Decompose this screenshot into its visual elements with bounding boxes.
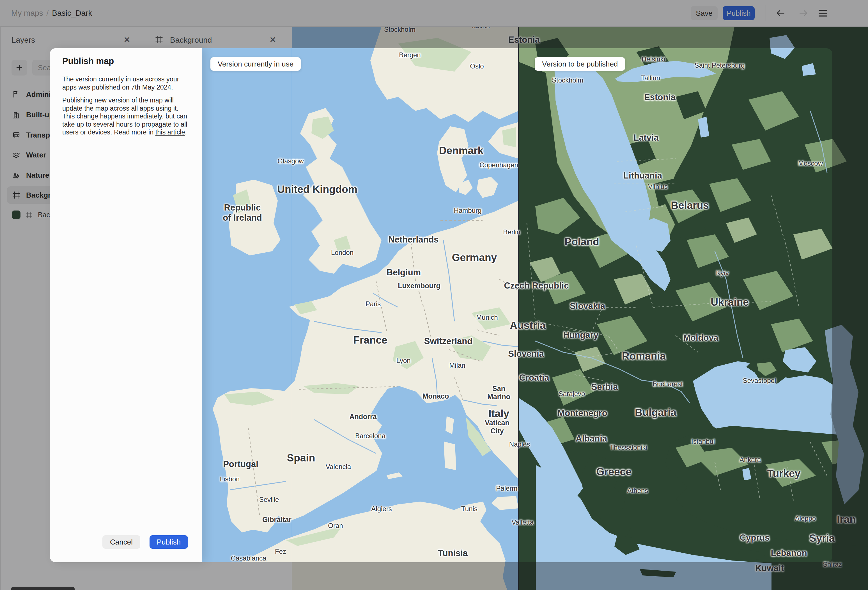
map-label: Republic of Ireland: [223, 203, 262, 223]
map-label: Thessaloniki: [610, 444, 647, 451]
map-label: Stockholm: [552, 76, 583, 84]
sidebar-item-label: Water: [26, 151, 46, 160]
map-label: Valletta: [512, 518, 534, 526]
frame-icon: [155, 35, 163, 43]
map-label: Lisbon: [220, 475, 240, 483]
map-label: Tunisia: [438, 548, 468, 558]
version-new-chip: Version to be published: [535, 57, 625, 71]
map-label: Bucharest: [652, 380, 683, 388]
map-label: Seville: [259, 496, 279, 504]
toolbar-divider: [766, 5, 766, 21]
map-label: Poland: [564, 236, 599, 248]
dialog-paragraph-1: The version currently in use across your…: [62, 75, 189, 91]
breadcrumb-separator: /: [47, 9, 49, 18]
map-label: Sevastopol: [743, 377, 776, 384]
map-label: Romania: [622, 350, 666, 362]
map-label: Tallinn: [641, 74, 660, 82]
dialog-paragraph-2-suffix: .: [185, 129, 187, 136]
map-label: Stockholm: [384, 27, 415, 33]
dialog-publish-button[interactable]: Publish: [149, 535, 188, 549]
map-label: Moscow: [798, 160, 823, 167]
this-article-link[interactable]: this article: [155, 129, 185, 136]
menu-hamburger-icon[interactable]: [817, 7, 829, 19]
map-label: Aleppo: [795, 515, 816, 522]
map-label: Cyprus: [740, 533, 770, 543]
bottom-toast: [11, 587, 75, 590]
map-label: Shiraz: [823, 560, 842, 568]
frame-icon: [12, 191, 21, 199]
map-label: Gibraltar: [262, 516, 291, 524]
trees-icon: [12, 171, 21, 179]
map-label: Czech Republic: [504, 281, 569, 291]
dialog-actions: Cancel Publish: [102, 535, 188, 549]
map-label: Bulgaria: [635, 407, 676, 418]
map-label: Lithuania: [623, 171, 662, 181]
map-label: Belgium: [387, 268, 421, 278]
publish-dialog: Publish map The version currently in use…: [50, 48, 202, 562]
map-label: Serbia: [591, 382, 618, 392]
map-label: Iran: [837, 514, 856, 525]
breadcrumb-my-maps[interactable]: My maps: [11, 9, 43, 18]
map-label: Montenegro: [557, 408, 607, 418]
flag-icon: [12, 90, 21, 99]
dialog-body: The version currently in use across your…: [62, 75, 189, 142]
map-label: Paris: [366, 300, 381, 308]
map-label: Kyiv: [716, 269, 729, 277]
map-label: Kuwait: [755, 563, 784, 574]
map-label: Lebanon: [771, 548, 807, 558]
map-label: Luxembourg: [398, 282, 440, 290]
map-label: Ukraine: [711, 296, 749, 308]
map-label: Hamburg: [454, 207, 482, 214]
map-label: Istanbul: [691, 438, 715, 445]
map-label: Syria: [809, 532, 835, 544]
map-label: Ankara: [740, 456, 761, 464]
map-label: Greece: [596, 466, 632, 478]
map-label: Tunis: [461, 505, 477, 513]
map-label: Albania: [576, 434, 607, 444]
map-label: Andorra: [349, 413, 376, 421]
undo-arrow-icon[interactable]: [775, 7, 787, 19]
map-label: Latvia: [633, 133, 659, 143]
background-panel-close-icon[interactable]: ✕: [269, 35, 276, 44]
map-label: Estonia: [508, 35, 540, 45]
map-label: Slovenia: [508, 349, 544, 359]
map-label: Naples: [509, 441, 530, 448]
frame-icon: [25, 211, 33, 218]
map-label: Slovakia: [570, 301, 605, 311]
map-label: Milan: [449, 362, 465, 370]
map-label: Vilnius: [648, 183, 668, 191]
map-label: Spain: [287, 452, 292, 464]
version-current-chip: Version currently in use: [210, 57, 301, 71]
map-label: Helsinki: [642, 55, 665, 63]
map-label: Turkey: [767, 467, 801, 479]
layers-panel-close-icon[interactable]: ✕: [123, 35, 130, 44]
cancel-button[interactable]: Cancel: [102, 535, 140, 549]
breadcrumb-map-name: Basic_Dark: [52, 9, 92, 18]
map-label: Estonia: [644, 92, 676, 102]
map-label: Monaco: [422, 392, 449, 400]
map-label: France: [353, 334, 387, 346]
map-label: Netherlands: [388, 235, 438, 245]
background-panel-title: Background: [170, 35, 212, 44]
map-label: Hungary: [563, 330, 598, 340]
preview-map-patch: StockholmTallinnBergenOsloGlasgowUnited …: [202, 48, 292, 562]
map-label: Austria: [510, 320, 545, 331]
map-label: Bergen: [399, 51, 421, 59]
map-label: United Kingdom: [277, 183, 292, 195]
layers-panel-title: Layers: [12, 35, 35, 44]
map-label: Denmark: [439, 145, 483, 157]
map-label: Athens: [627, 487, 648, 495]
layer-color-swatch[interactable]: [12, 210, 21, 219]
map-label: Glasgow: [278, 157, 292, 165]
bus-icon: [12, 131, 21, 139]
map-label: Berlin: [503, 228, 520, 236]
save-button[interactable]: Save: [691, 6, 717, 20]
publish-button[interactable]: Publish: [723, 6, 755, 20]
plus-icon: [15, 64, 24, 72]
redo-arrow-icon[interactable]: [797, 7, 809, 19]
top-bar: My maps / Basic_Dark Save Publish: [0, 0, 868, 27]
add-layer-button[interactable]: [12, 60, 27, 75]
map-label: Oran: [328, 522, 343, 529]
map-label: Portugal: [223, 459, 258, 469]
map-label: Lyon: [396, 357, 410, 365]
